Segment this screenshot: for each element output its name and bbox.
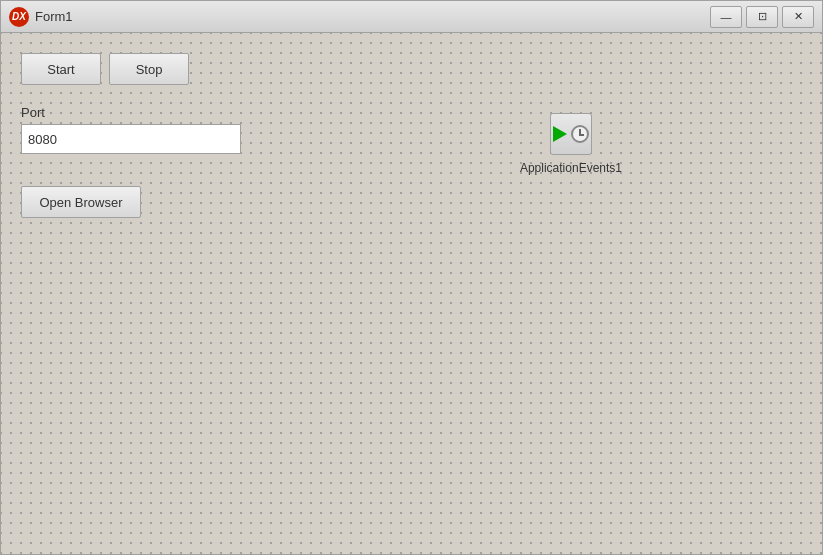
- main-window: DX Form1 — ⊡ ✕ Start Stop Port Open Brow…: [0, 0, 823, 555]
- play-icon: [553, 126, 567, 142]
- open-browser-button[interactable]: Open Browser: [21, 186, 141, 218]
- minimize-button[interactable]: —: [710, 6, 742, 28]
- form-area: Start Stop Port Open Browser Application…: [1, 33, 822, 554]
- icon-group: [553, 125, 589, 143]
- window-title: Form1: [35, 9, 73, 24]
- close-button[interactable]: ✕: [782, 6, 814, 28]
- application-events-widget: ApplicationEvents1: [520, 113, 622, 175]
- title-bar: DX Form1 — ⊡ ✕: [1, 1, 822, 33]
- app-events-icon[interactable]: [550, 113, 592, 155]
- app-events-label: ApplicationEvents1: [520, 161, 622, 175]
- clock-icon: [571, 125, 589, 143]
- start-button[interactable]: Start: [21, 53, 101, 85]
- restore-button[interactable]: ⊡: [746, 6, 778, 28]
- top-buttons-group: Start Stop: [21, 53, 802, 85]
- port-section: Port: [21, 105, 802, 154]
- port-label: Port: [21, 105, 802, 120]
- app-icon: DX: [9, 7, 29, 27]
- window-controls: — ⊡ ✕: [710, 6, 814, 28]
- content-area: Start Stop Port Open Browser Application…: [1, 33, 822, 554]
- port-input[interactable]: [21, 124, 241, 154]
- title-bar-left: DX Form1: [9, 7, 73, 27]
- stop-button[interactable]: Stop: [109, 53, 189, 85]
